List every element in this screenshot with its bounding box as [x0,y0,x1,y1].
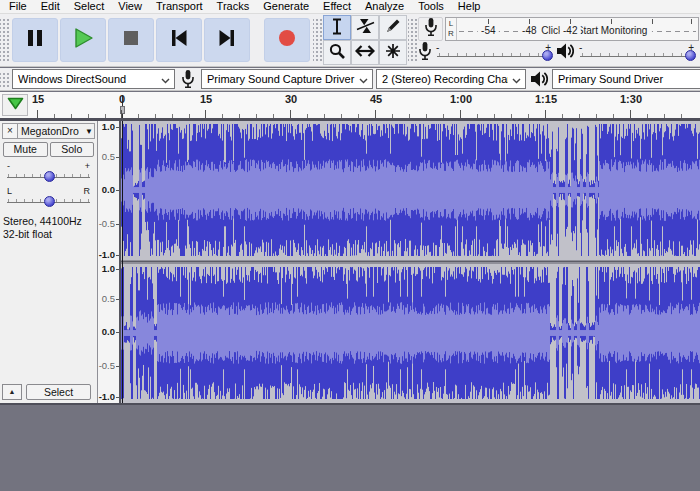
track-collapse-button[interactable]: ▲ [2,384,22,400]
meter-monitor-text[interactable]: Click to Start Monitoring [537,25,651,36]
meter-right-label: R [446,29,456,39]
scale-tick [116,224,119,225]
stop-button[interactable] [108,18,154,62]
track-area: 1.00.50.0-0.5-1.01.00.50.0-0.5-1.0 × Meg… [0,118,700,405]
record-meter-mic-button[interactable] [418,17,443,41]
scale-tick [116,299,119,300]
menu-help[interactable]: Help [451,0,488,13]
microphone-icon [424,17,438,41]
magnifier-icon [328,42,346,63]
solo-button[interactable]: Solo [50,142,95,157]
menu-edit[interactable]: Edit [34,0,67,13]
stop-icon [122,29,140,51]
mute-button[interactable]: Mute [3,142,48,157]
pan-left-label: L [7,186,12,196]
timeline-major-tick [290,110,291,118]
scale-label: -0.5 [99,219,115,229]
timeline-label: 1:00 [450,93,472,105]
draw-tool-button[interactable] [379,15,407,40]
ibeam-icon [330,18,344,38]
gain-slider[interactable]: - + [7,164,90,182]
selection-tool-button[interactable] [323,15,351,40]
track-info: Stereo, 44100Hz 32-bit float [0,207,97,241]
empty-workspace[interactable] [0,405,700,491]
timeline-label: 30 [285,93,297,105]
timeline-options-button[interactable] [2,94,28,116]
recording-channels-dropdown[interactable]: 2 (Stereo) Recording Chan [376,69,526,89]
play-icon [71,26,95,54]
chevron-down-icon [157,72,172,86]
meter-scale-number: -54 [478,25,498,36]
multi-tool-button[interactable] [379,40,407,65]
playback-device-dropdown[interactable]: Primary Sound Driver [552,69,700,89]
timeline-major-tick [545,110,546,118]
scale-label: 0.5 [102,152,115,162]
meter-mixer-column: L R Click to Start Monitoring -54-48-42 … [417,14,700,66]
track-select-button[interactable]: Select [26,384,91,400]
timeline-label: 0 [119,93,125,105]
microphone-icon [178,69,198,89]
toolbar-grip[interactable] [313,17,322,63]
playback-volume-thumb[interactable] [685,50,696,61]
menu-bar: FileEditSelectViewTransportTracksGenerat… [0,0,700,14]
device-toolbar: Windows DirectSound Primary Sound Captur… [0,68,700,91]
timeline-ruler[interactable]: 1501530451:001:151:30 [0,92,700,118]
menu-view[interactable]: View [111,0,149,13]
scale-label: 0.0 [102,327,115,337]
audio-host-dropdown[interactable]: Windows DirectSound [12,69,175,89]
timeline-label: 15 [200,93,212,105]
menu-analyze[interactable]: Analyze [358,0,411,13]
track-close-button[interactable]: × [2,123,18,139]
meter-tick [570,19,571,24]
timeshift-icon [355,44,375,61]
recording-device-dropdown[interactable]: Primary Sound Capture Driver [201,69,373,89]
toolbar-grip[interactable] [0,71,9,88]
skip-start-icon [168,27,190,53]
toolbar-grip[interactable] [0,17,9,63]
recording-meter-toolbar: L R Click to Start Monitoring -54-48-42 [417,14,700,41]
gain-thumb[interactable] [44,171,55,182]
playback-volume-slider[interactable]: - + [578,43,695,63]
play-button[interactable] [60,18,106,62]
skip-to-start-button[interactable] [156,18,202,62]
timeline-label: 1:15 [535,93,557,105]
vertical-scale-ruler[interactable]: 1.00.50.0-0.5-1.01.00.50.0-0.5-1.0 [98,121,121,403]
audio-host-value: Windows DirectSound [18,73,157,85]
skip-to-end-button[interactable] [204,18,250,62]
pan-slider[interactable]: L R [7,189,90,207]
skip-end-icon [216,27,238,53]
mixer-toolbar: - + - + [417,41,700,66]
track-menu-arrow-icon[interactable]: ▼ [85,127,93,136]
track-title-bar[interactable]: MegatonDro ▼ [18,123,95,139]
menu-effect[interactable]: Effect [316,0,358,13]
envelope-tool-button[interactable] [351,15,379,40]
playback-cursor [122,121,123,403]
microphone-icon [418,41,432,65]
gain-min-label: - [7,161,10,171]
timeline-major-tick [121,110,122,118]
pause-button[interactable] [12,18,58,62]
menu-select[interactable]: Select [67,0,112,13]
menu-file[interactable]: File [2,0,34,13]
recording-volume-slider[interactable]: - + [435,43,552,63]
menu-transport[interactable]: Transport [149,0,210,13]
scale-tick [116,255,119,256]
menu-tracks[interactable]: Tracks [210,0,257,13]
menu-generate[interactable]: Generate [256,0,316,13]
pan-thumb[interactable] [44,196,55,207]
scale-label: -1.0 [99,250,115,260]
recording-volume-thumb[interactable] [542,50,553,61]
toolbar-grip[interactable] [408,17,417,63]
timeline-major-tick [630,110,631,118]
recording-meter[interactable]: L R Click to Start Monitoring -54-48-42 [445,17,699,41]
slider-min-label: - [436,42,439,53]
waveform-display[interactable] [121,121,700,403]
meter-tick [611,19,612,24]
timeline-major-tick [375,110,376,118]
timeshift-tool-button[interactable] [351,40,379,65]
record-button[interactable] [264,18,310,62]
gain-max-label: + [85,161,90,171]
zoom-tool-button[interactable] [323,40,351,65]
menu-tools[interactable]: Tools [411,0,451,13]
tools-toolbar [322,14,408,66]
